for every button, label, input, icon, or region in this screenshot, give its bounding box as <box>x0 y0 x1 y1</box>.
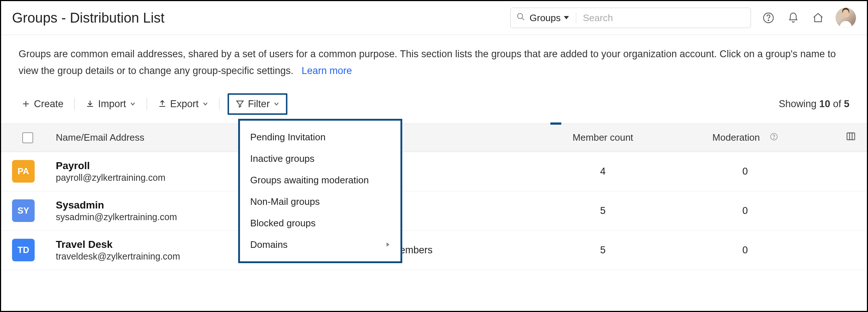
help-icon[interactable] <box>770 132 778 143</box>
export-button[interactable]: Export <box>155 96 211 112</box>
filter-option-label: Groups awaiting moderation <box>250 175 369 186</box>
groups-table: Name/Email Address Member count Moderati… <box>1 124 867 270</box>
import-button[interactable]: Import <box>83 96 139 112</box>
showing-prefix: Showing <box>779 98 817 109</box>
filter-option-label: Blocked groups <box>250 218 315 229</box>
chevron-right-icon <box>386 242 390 247</box>
import-label: Import <box>98 98 126 110</box>
chevron-down-icon <box>274 101 279 107</box>
create-button[interactable]: Create <box>19 96 66 112</box>
search-scope-dropdown[interactable]: Groups <box>530 12 576 24</box>
bell-icon[interactable] <box>786 11 801 25</box>
column-settings-icon[interactable] <box>846 131 856 144</box>
caret-down-icon <box>563 16 569 20</box>
col-settings <box>822 131 856 144</box>
filter-button[interactable]: Filter <box>228 93 287 115</box>
chevron-down-icon <box>202 101 208 107</box>
filter-option-label: Inactive groups <box>250 153 314 164</box>
svg-line-1 <box>522 18 524 20</box>
group-avatar: SY <box>12 199 35 222</box>
export-label: Export <box>170 98 199 110</box>
filter-option-label: Pending Invitation <box>250 132 326 143</box>
row-avatar-cell: TD <box>12 239 56 261</box>
export-icon <box>158 100 167 108</box>
top-right: Groups <box>510 8 856 28</box>
avatar[interactable] <box>836 8 856 28</box>
svg-rect-10 <box>847 133 855 140</box>
svg-point-9 <box>774 138 774 139</box>
search-icon <box>516 12 525 23</box>
group-avatar: PA <box>12 160 35 183</box>
col-member-count[interactable]: Member count <box>537 132 669 143</box>
page-description: Groups are common email addresses, share… <box>1 35 867 79</box>
help-icon[interactable] <box>761 11 776 25</box>
table-row[interactable]: PA Payroll payroll@zylkertraining.com Me… <box>1 152 867 191</box>
row-avatar-cell: SY <box>12 199 56 222</box>
group-avatar: TD <box>12 239 35 261</box>
home-icon[interactable] <box>811 11 825 25</box>
search-box[interactable]: Groups <box>510 8 751 28</box>
row-avatar-cell: PA <box>12 160 56 183</box>
filter-option-label: Non-Mail groups <box>250 196 320 207</box>
row-member-count: 4 <box>537 166 669 177</box>
select-all-cell <box>12 132 56 143</box>
svg-point-0 <box>518 13 523 19</box>
create-label: Create <box>34 98 63 110</box>
row-member-count: 5 <box>537 245 669 256</box>
search-scope-label: Groups <box>530 12 561 24</box>
description-text: Groups are common email addresses, share… <box>19 48 836 76</box>
plus-icon <box>22 100 30 108</box>
select-all-checkbox[interactable] <box>22 132 33 143</box>
filter-option-non-mail-groups[interactable]: Non-Mail groups <box>240 191 400 212</box>
table-header: Name/Email Address Member count Moderati… <box>1 124 867 152</box>
separator <box>147 98 147 110</box>
page-title: Groups - Distribution List <box>12 10 164 26</box>
search-input[interactable] <box>583 12 745 24</box>
filter-dropdown: Pending Invitation Inactive groups Group… <box>238 119 402 263</box>
learn-more-link[interactable]: Learn more <box>302 65 352 76</box>
row-member-count: 5 <box>537 205 669 217</box>
import-icon <box>86 100 94 108</box>
showing-total: 5 <box>844 98 849 109</box>
col-moderation[interactable]: Moderation <box>669 132 822 143</box>
filter-option-domains[interactable]: Domains <box>240 234 400 256</box>
filter-icon <box>236 100 244 108</box>
separator <box>74 98 75 110</box>
filter-option-inactive-groups[interactable]: Inactive groups <box>240 148 400 169</box>
showing-count: Showing 10 of 5 <box>779 98 849 110</box>
separator <box>219 98 220 110</box>
row-moderation-count: 0 <box>669 205 822 217</box>
filter-option-blocked-groups[interactable]: Blocked groups <box>240 212 400 234</box>
filter-option-awaiting-moderation[interactable]: Groups awaiting moderation <box>240 169 400 191</box>
showing-number: 10 <box>819 98 830 109</box>
chevron-down-icon <box>130 101 136 107</box>
toolbar: Create Import Export Filter Showing 10 o… <box>1 79 867 124</box>
showing-of: of <box>833 98 841 109</box>
row-moderation-count: 0 <box>669 245 822 256</box>
row-moderation-count: 0 <box>669 166 822 177</box>
svg-point-3 <box>768 20 769 21</box>
table-row[interactable]: SY Sysadmin sysadmin@zylkertraining.com … <box>1 191 867 231</box>
filter-label: Filter <box>248 98 270 110</box>
filter-option-pending-invitation[interactable]: Pending Invitation <box>240 126 400 148</box>
table-row[interactable]: TD Travel Desk traveldesk@zylkertraining… <box>1 231 867 270</box>
col-moderation-label: Moderation <box>712 132 760 143</box>
filter-option-label: Domains <box>250 239 288 250</box>
top-bar: Groups - Distribution List Groups <box>1 1 867 35</box>
